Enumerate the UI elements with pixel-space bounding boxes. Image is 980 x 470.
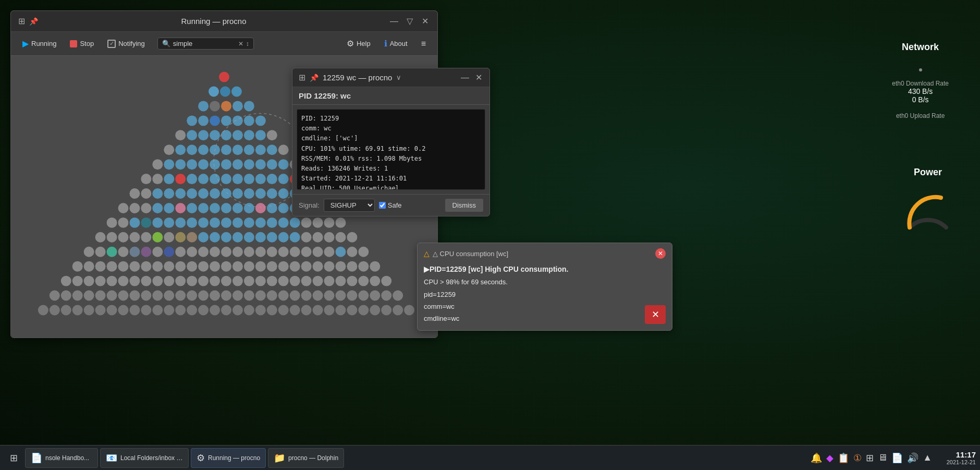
svg-point-166 [324, 247, 335, 257]
dismiss-button[interactable]: Dismiss [445, 199, 484, 212]
search-options-icon[interactable]: ↕ [246, 40, 249, 47]
power-widget-title: Power [876, 167, 980, 178]
svg-point-33 [255, 144, 266, 155]
close-button[interactable]: ✕ [421, 17, 430, 26]
minimize-button[interactable]: — [389, 17, 399, 26]
svg-point-39 [187, 159, 197, 170]
svg-point-233 [129, 291, 140, 301]
clipboard2-icon[interactable]: 📄 [891, 452, 903, 464]
svg-point-188 [278, 261, 289, 272]
svg-point-135 [244, 232, 254, 243]
svg-point-213 [244, 276, 254, 286]
pid-panel-pin-icon[interactable]: 📌 [310, 74, 318, 82]
window-toolbar: ▶ Running Stop Notifying 🔍 ✕ ↕ ⚙ Help ℹ … [11, 32, 437, 56]
notifying-button[interactable]: Notifying [102, 37, 150, 51]
svg-point-254 [370, 291, 380, 301]
pid-panel-expand-icon[interactable]: ∨ [396, 74, 401, 81]
cpu-notif-detail4: cmdline=wc [424, 312, 666, 324]
svg-point-185 [244, 261, 254, 272]
pid-panel-minimize-btn[interactable]: — [460, 73, 470, 82]
svg-point-134 [232, 232, 243, 243]
svg-point-115 [267, 218, 277, 228]
svg-point-210 [210, 276, 220, 286]
svg-point-238 [187, 291, 197, 301]
tasks-icon[interactable]: ① [853, 452, 862, 464]
apps-icon[interactable]: ◆ [826, 452, 834, 464]
network-tray-icon[interactable]: ▲ [923, 452, 932, 463]
svg-point-90 [210, 203, 220, 213]
running-button[interactable]: ▶ Running [17, 36, 62, 51]
notifications-icon[interactable]: 🔔 [811, 452, 822, 464]
svg-point-141 [313, 232, 323, 243]
grid-tray-icon[interactable]: ⊞ [866, 452, 874, 464]
download-rate-value: 430 B/s [892, 87, 949, 95]
search-input[interactable] [173, 40, 236, 47]
pid-panel-close-btn[interactable]: ✕ [474, 73, 483, 82]
svg-point-26 [175, 144, 186, 155]
svg-point-101 [107, 218, 117, 228]
cpu-notif-header: △ △ CPU consumption [wc] ✕ [424, 248, 666, 259]
svg-point-4 [198, 101, 209, 111]
taskbar-app-grid[interactable]: ⊞ [4, 449, 23, 467]
svg-point-280 [301, 305, 312, 315]
about-label: About [390, 40, 408, 47]
svg-point-18 [198, 130, 209, 140]
stop-button[interactable]: Stop [65, 37, 99, 50]
signal-select[interactable]: SIGHUP SIGKILL SIGTERM [324, 199, 375, 212]
svg-point-220 [324, 276, 335, 286]
svg-point-227 [61, 291, 71, 301]
svg-point-277 [267, 305, 277, 315]
taskbar-item-procno[interactable]: ⚙ Running — procno [191, 448, 266, 468]
svg-point-23 [255, 130, 266, 140]
svg-point-289 [404, 305, 414, 315]
svg-point-270 [187, 305, 197, 315]
svg-point-167 [335, 247, 346, 257]
about-button[interactable]: ℹ About [379, 36, 413, 51]
svg-point-136 [255, 232, 266, 243]
svg-point-197 [61, 276, 71, 286]
svg-point-239 [198, 291, 209, 301]
network-dot [919, 68, 922, 71]
help-button[interactable]: ⚙ Help [341, 36, 376, 51]
svg-point-56 [221, 174, 231, 184]
svg-point-222 [347, 276, 357, 286]
titlebar-controls: — ▽ ✕ [389, 17, 430, 26]
menu-button[interactable]: ≡ [416, 37, 431, 51]
window-titlebar: ⊞ 📌 Running — procno — ▽ ✕ [11, 11, 437, 32]
svg-point-164 [301, 247, 312, 257]
svg-point-263 [107, 305, 117, 315]
svg-point-138 [278, 232, 289, 243]
dismiss-red-button[interactable]: ✕ [645, 305, 666, 324]
taskbar-item-dolphin[interactable]: 📁 procno — Dolphin [268, 448, 344, 468]
svg-point-251 [335, 291, 346, 301]
taskbar-item-inbox[interactable]: 📧 Local Folders/inbox -... [100, 448, 189, 468]
svg-point-69 [175, 188, 186, 199]
volume-icon[interactable]: 🔊 [907, 452, 918, 464]
clipboard-icon[interactable]: 📋 [838, 452, 849, 464]
svg-point-66 [141, 188, 151, 199]
clock-date: 2021-12-21 [934, 459, 976, 465]
clear-search-icon[interactable]: ✕ [238, 40, 243, 47]
svg-point-9 [187, 115, 197, 126]
cpu-notif-detail3: comm=wc [424, 300, 666, 312]
svg-point-92 [232, 203, 243, 213]
svg-point-246 [278, 291, 289, 301]
pid-panel-grid-icon[interactable]: ⊞ [299, 73, 305, 82]
svg-point-272 [210, 305, 220, 315]
grid-icon[interactable]: ⊞ [18, 16, 25, 26]
monitor-icon[interactable]: 🖥 [878, 452, 887, 463]
taskbar-handbook-label: nsole Handbo... [45, 454, 89, 462]
svg-point-214 [255, 276, 266, 286]
svg-point-38 [175, 159, 186, 170]
close-notification-button[interactable]: ✕ [655, 248, 666, 259]
svg-point-96 [278, 203, 289, 213]
svg-point-91 [221, 203, 231, 213]
safe-checkbox[interactable] [379, 202, 386, 209]
svg-point-142 [324, 232, 335, 243]
taskbar-item-handbook[interactable]: 📄 nsole Handbo... [25, 448, 98, 468]
maximize-button[interactable]: ▽ [405, 17, 414, 26]
help-icon: ⚙ [347, 39, 354, 49]
svg-point-32 [244, 144, 254, 155]
svg-point-186 [255, 261, 266, 272]
pin-icon[interactable]: 📌 [29, 17, 38, 26]
